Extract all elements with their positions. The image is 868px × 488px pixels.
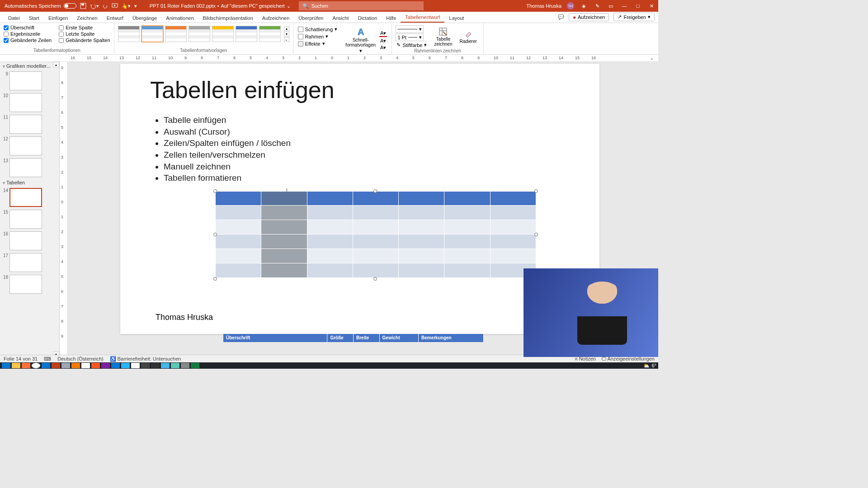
temperature[interactable]: 6°: [651, 363, 656, 368]
table-style-thumb[interactable]: [165, 26, 187, 42]
table-cell[interactable]: [261, 263, 307, 278]
table-handle-tr[interactable]: [534, 189, 538, 193]
table-handle-bl[interactable]: [213, 277, 217, 281]
diamond-icon[interactable]: ◈: [580, 2, 588, 10]
tab-entwurf[interactable]: Entwurf: [102, 14, 128, 23]
slide-bullet-list[interactable]: Tabelle einfügenAuswahl (Cursor)Zeilen/S…: [155, 114, 291, 184]
table-cell[interactable]: [399, 263, 444, 278]
user-name[interactable]: Thomas Hruska: [526, 3, 561, 9]
app-icon-6[interactable]: [161, 363, 170, 368]
draw-table-button[interactable]: Tabelle zeichnen: [431, 25, 455, 48]
window-icon[interactable]: ▭: [607, 2, 615, 10]
slide-thumbnail[interactable]: 18: [0, 273, 59, 295]
excel-icon[interactable]: [191, 363, 199, 368]
weather-icon[interactable]: ⛅: [643, 363, 650, 369]
bullet-item[interactable]: Zeilen/Spalten einfügen / löschen: [164, 137, 291, 149]
bullet-item[interactable]: Manuell zeichnen: [164, 161, 291, 173]
bullet-item[interactable]: Auswahl (Cursor): [164, 126, 291, 138]
chk-geb-spalten[interactable]: Gebänderte Spalten: [59, 38, 110, 43]
table-cell[interactable]: [216, 263, 261, 278]
table-cell[interactable]: [444, 249, 490, 263]
app-icon-5[interactable]: [151, 363, 160, 368]
app-icon-2[interactable]: [81, 363, 90, 368]
table-style-thumb[interactable]: [236, 26, 257, 42]
gallery-down-icon[interactable]: ▾: [284, 32, 289, 37]
chk-letzte-spalte[interactable]: Letzte Spalte: [59, 31, 110, 37]
app-icon-4[interactable]: [131, 363, 140, 368]
slide-thumbnail[interactable]: 14: [0, 187, 59, 208]
text-effects-button[interactable]: A▾: [379, 45, 387, 51]
slide-thumbnail[interactable]: 12: [0, 135, 59, 157]
chk-erste-spalte[interactable]: Erste Spalte: [59, 25, 110, 30]
table-style-thumb[interactable]: [142, 26, 163, 42]
table-cell[interactable]: [444, 192, 490, 206]
section-header-1[interactable]: ▿Grafiken modellier...: [0, 62, 59, 70]
slide-author[interactable]: Thomas Hruska: [156, 313, 213, 322]
explorer-icon[interactable]: [12, 363, 20, 368]
app-icon-1[interactable]: [61, 363, 70, 368]
effects-button[interactable]: Effekte▾: [297, 40, 339, 47]
toggle-switch[interactable]: [64, 3, 76, 9]
freigeben-button[interactable]: ↗Freigeben▾: [613, 13, 655, 21]
shading-button[interactable]: Schattierung▾: [297, 26, 339, 33]
aufzeichnen-button[interactable]: ●Aufzeichnen: [569, 13, 609, 21]
language-label[interactable]: Deutsch (Österreich): [57, 356, 103, 361]
chevron-down-icon[interactable]: ⌄: [287, 3, 291, 9]
thumb-scrollbar[interactable]: ▴ ▾: [53, 62, 59, 357]
slide-thumbnail[interactable]: 11: [0, 113, 59, 135]
minimize-icon[interactable]: —: [620, 2, 628, 10]
tab-zeichnen[interactable]: Zeichnen: [72, 14, 102, 23]
pen-color-button[interactable]: ✎Stiftfarbe▾: [396, 42, 428, 48]
table-cell[interactable]: [444, 206, 490, 220]
table-cell[interactable]: [307, 249, 353, 263]
obs-icon[interactable]: [141, 363, 150, 368]
chrome-icon[interactable]: [32, 363, 40, 368]
app-icon-7[interactable]: [171, 363, 179, 368]
slide-thumbnail[interactable]: 16: [0, 230, 59, 252]
table-cell[interactable]: [307, 263, 353, 278]
gallery-more-icon[interactable]: ⌄: [284, 37, 289, 42]
tab-tabellenentwurf[interactable]: Tabellenentwurf: [401, 13, 444, 23]
bullet-item[interactable]: Tabelle einfügen: [164, 114, 291, 126]
app-icon-8[interactable]: [181, 363, 189, 368]
table-style-thumb[interactable]: [259, 26, 281, 42]
text-outline-button[interactable]: A▾: [379, 38, 387, 44]
firefox-icon[interactable]: [22, 363, 30, 368]
tab-bildschirm[interactable]: Bildschirmpräsentation: [198, 14, 258, 23]
table-cell[interactable]: [490, 206, 536, 220]
tab-layout[interactable]: Layout: [444, 14, 468, 23]
table-cell[interactable]: [353, 220, 398, 235]
qat-customize-icon[interactable]: ▾: [134, 3, 137, 9]
slide-table[interactable]: [215, 191, 536, 278]
tab-ueberpruefen[interactable]: Überprüfen: [294, 14, 328, 23]
bullet-item[interactable]: Tabellen formatieren: [164, 172, 291, 184]
table-cell[interactable]: [353, 206, 398, 220]
slide-thumbnail[interactable]: 9: [0, 70, 59, 92]
app-icon-3[interactable]: [91, 363, 100, 368]
tab-einfuegen[interactable]: Einfügen: [44, 14, 72, 23]
slide-thumbnail[interactable]: 10: [0, 92, 59, 113]
table-cell[interactable]: [490, 192, 536, 206]
eraser-button[interactable]: Radierer: [457, 25, 479, 48]
table-handle-ml[interactable]: [213, 233, 217, 236]
table-cell[interactable]: [490, 249, 536, 263]
scroll-up-icon[interactable]: ▴: [53, 62, 59, 67]
table-cell[interactable]: [353, 192, 398, 206]
section-header-2[interactable]: ▿Tabellen: [0, 178, 59, 187]
table-cell[interactable]: [399, 192, 444, 206]
tab-dictation[interactable]: Dictation: [353, 14, 382, 23]
table-cell[interactable]: [444, 235, 490, 249]
comments-icon[interactable]: 💬: [558, 14, 564, 20]
table-cell[interactable]: [216, 192, 261, 206]
table-cell[interactable]: [307, 220, 353, 235]
accessibility-label[interactable]: ♿ Barrierefreiheit: Untersuchen: [110, 356, 181, 362]
table-cell[interactable]: [261, 249, 307, 263]
present-from-start-icon[interactable]: [112, 3, 118, 9]
table-cell[interactable]: [216, 235, 261, 249]
borders-button[interactable]: Rahmen▾: [297, 33, 339, 40]
table-cell[interactable]: [490, 220, 536, 235]
outlook-icon[interactable]: [42, 363, 50, 368]
table-cell[interactable]: [261, 235, 307, 249]
save-icon[interactable]: [80, 3, 86, 9]
table-cell[interactable]: [353, 263, 398, 278]
